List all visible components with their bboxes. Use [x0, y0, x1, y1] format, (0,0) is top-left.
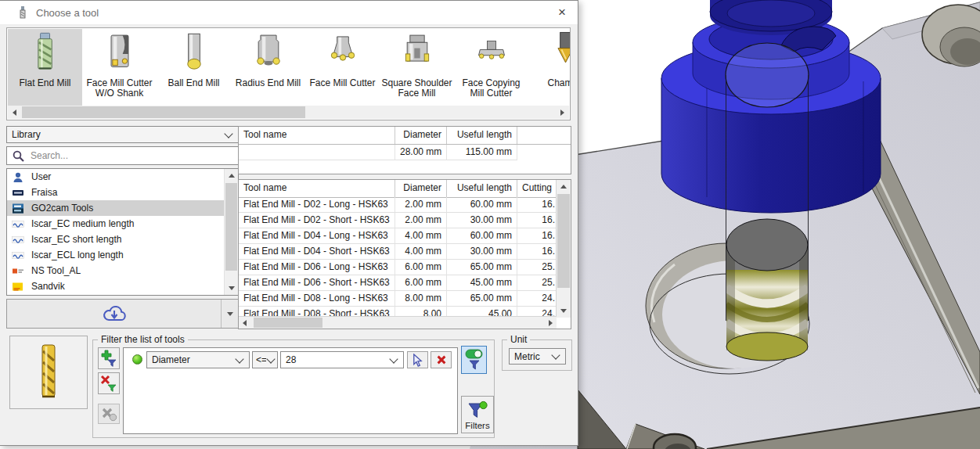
useful-length-cell: 30.00 mm: [447, 213, 517, 228]
filter-operator-dropdown[interactable]: <=: [252, 351, 278, 368]
search-box[interactable]: [6, 146, 239, 165]
library-item-ns-tool-al[interactable]: NS Tool_AL: [7, 263, 225, 278]
tool-list-table: Tool name Diameter Useful length Cutting…: [238, 179, 571, 329]
library-item-sandvik[interactable]: Sandvik: [7, 278, 225, 294]
scrollbar-thumb[interactable]: [254, 318, 322, 328]
remove-filter-icon: [100, 375, 117, 392]
tool-type-flat-end-mill[interactable]: Flat End Mill: [8, 29, 82, 106]
chevron-down-icon: [224, 129, 232, 138]
column-header[interactable]: Useful length: [447, 180, 517, 197]
filter-group-label: Filter the list of tools: [98, 334, 188, 345]
scrollbar-thumb[interactable]: [557, 194, 570, 288]
iscar-logo: [12, 219, 25, 229]
tool-type-face-copying-mill-cutter[interactable]: Face Copying Mill Cutter: [454, 29, 528, 106]
filter-field-dropdown[interactable]: Diameter: [146, 351, 250, 368]
cutting-length-cell: 16.: [517, 213, 557, 228]
filter-enabled-toggle-button[interactable]: [461, 346, 487, 374]
scroll-down-icon[interactable]: [557, 304, 570, 318]
unit-group-label: Unit: [507, 334, 530, 345]
library-item-iscar-ec-medium-length[interactable]: Iscar_EC medium length: [7, 216, 225, 232]
column-header[interactable]: Tool name: [239, 180, 395, 197]
useful-length-cell: 45.00 mm: [447, 275, 517, 291]
chevron-down-icon: [266, 354, 275, 363]
diameter-cell: 6.00 mm: [395, 275, 447, 291]
end-mill-window-icon: [17, 6, 28, 19]
scroll-right-icon[interactable]: [545, 317, 557, 329]
download-library-button[interactable]: [6, 299, 239, 329]
iscar-logo: [12, 250, 25, 260]
tool-type-label: Ball End Mill: [168, 78, 219, 88]
scroll-left-icon[interactable]: [8, 106, 21, 119]
diameter-cell: 8.00 mm: [395, 291, 447, 307]
scrollbar-thumb[interactable]: [225, 183, 237, 271]
unit-dropdown[interactable]: Metric: [509, 348, 566, 365]
delete-filter-row-button[interactable]: [431, 351, 452, 368]
library-item-iscar-ec-short-length[interactable]: Iscar_EC short length: [7, 232, 225, 247]
close-icon[interactable]: ×: [553, 4, 571, 21]
tool-preview: [9, 336, 88, 409]
library-item-iscar-ecl-long-length[interactable]: Iscar_ECL long length: [7, 247, 225, 263]
tool-row[interactable]: Flat End Mill - D06 - Long - HSK636.00 m…: [239, 260, 557, 275]
cutting-length-cell: 16.: [517, 228, 557, 244]
dialog-titlebar[interactable]: Choose a tool ×: [0, 1, 578, 25]
tool-row[interactable]: Flat End Mill - D02 - Short - HSK632.00 …: [239, 213, 557, 228]
scroll-left-icon[interactable]: [239, 317, 250, 329]
column-header[interactable]: Tool name: [239, 127, 395, 144]
tool-row[interactable]: Flat End Mill - D02 - Long - HSK632.00 m…: [239, 197, 557, 213]
clear-filter-icon: [101, 406, 117, 422]
tool-name-cell: Flat End Mill - D02 - Short - HSK63: [239, 213, 395, 228]
add-filter-button[interactable]: [98, 347, 120, 369]
current-tool-diameter: 28.00 mm: [395, 145, 447, 160]
cutting-length-cell: 25.: [517, 275, 557, 291]
scroll-down-icon[interactable]: [225, 282, 238, 295]
filter-field-value: Diameter: [147, 354, 235, 365]
tool-type-face-mill-cutter[interactable]: Face Mill Cutter: [305, 29, 380, 106]
tool-type-chamfer[interactable]: Chamfer: [528, 29, 571, 106]
library-item-label: Iscar_EC short length: [31, 234, 121, 245]
tool-type-ball-end-mill[interactable]: Ball End Mill: [157, 29, 231, 106]
scrollbar-thumb[interactable]: [22, 106, 305, 118]
fraisa-logo: [12, 188, 25, 198]
column-header[interactable]: Diameter: [395, 127, 447, 144]
library-item-user[interactable]: User: [7, 169, 225, 185]
tool-type-radius-end-mill[interactable]: Radius End Mill: [231, 29, 305, 106]
library-dropdown[interactable]: Library: [6, 126, 239, 143]
library-dropdown-value: Library: [7, 129, 224, 140]
tool-type-scrollbar[interactable]: [8, 106, 569, 119]
diameter-cell: 6.00 mm: [395, 260, 447, 275]
diameter-cell: 2.00 mm: [395, 213, 447, 228]
tool-type-face-mill-cutter-w-o-shank[interactable]: Face Mill Cutter W/O Shank: [82, 29, 157, 106]
column-header[interactable]: Cutting: [517, 180, 557, 197]
tool-row[interactable]: Flat End Mill - D06 - Short - HSK636.00 …: [239, 275, 557, 291]
library-item-go2cam-tools[interactable]: GO2cam Tools: [7, 200, 225, 216]
scroll-right-icon[interactable]: [556, 106, 569, 119]
choose-a-tool-dialog: Choose a tool × Flat End MillFace Mill C…: [0, 0, 578, 446]
tool-list-vertical-scrollbar[interactable]: [556, 180, 571, 318]
filters-funnel-icon: [467, 401, 488, 421]
filter-value-combobox[interactable]: 28: [280, 351, 404, 368]
scroll-up-icon[interactable]: [557, 180, 570, 193]
remove-filter-button[interactable]: [98, 372, 120, 394]
library-list-scrollbar[interactable]: [224, 169, 238, 295]
tool-list-horizontal-scrollbar[interactable]: [239, 316, 557, 329]
filters-button[interactable]: Filters: [461, 396, 494, 433]
scroll-up-icon[interactable]: [225, 169, 238, 182]
tool-type-label: Face Mill Cutter: [309, 78, 375, 88]
tool-name-cell: Flat End Mill - D02 - Long - HSK63: [239, 197, 395, 213]
current-tool-row: 28.00 mm 115.00 mm: [239, 145, 571, 160]
tool-row[interactable]: Flat End Mill - D04 - Short - HSK634.00 …: [239, 244, 557, 260]
pick-value-button[interactable]: [407, 351, 428, 368]
tool-row[interactable]: Flat End Mill - D04 - Long - HSK634.00 m…: [239, 228, 557, 244]
column-header[interactable]: Useful length: [447, 127, 517, 144]
current-tool-name: [239, 145, 395, 160]
search-input[interactable]: [29, 149, 238, 162]
tool-row[interactable]: Flat End Mill - D08 - Long - HSK638.00 m…: [239, 291, 557, 307]
cutting-length-cell: 25.: [517, 260, 557, 275]
clear-filters-button-disabled[interactable]: [98, 404, 120, 424]
tool-type-square-shoulder-face-mill[interactable]: Square Shoulder Face Mill: [380, 29, 454, 106]
library-item-fraisa[interactable]: Fraisa: [7, 185, 225, 200]
current-tool-useful-length: 115.00 mm: [447, 145, 517, 160]
download-options-dropdown[interactable]: [221, 300, 238, 328]
filter-group: Filter the list of tools Diameter <= 28: [92, 339, 495, 438]
column-header[interactable]: Diameter: [395, 180, 447, 197]
